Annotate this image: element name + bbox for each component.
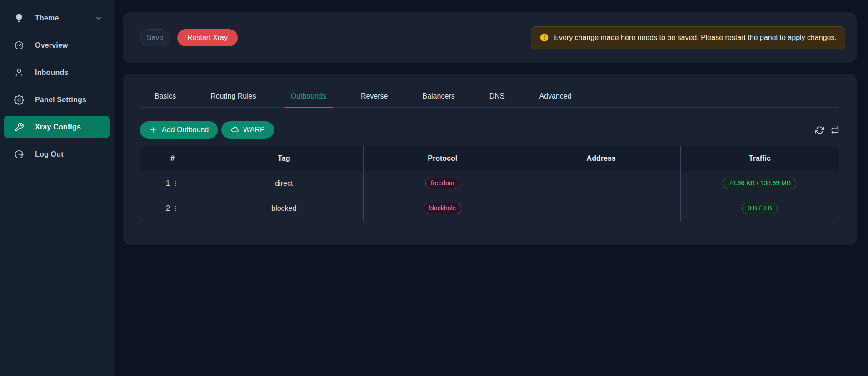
cloud-icon xyxy=(230,126,239,134)
tab-basics[interactable]: Basics xyxy=(148,84,182,107)
sidebar-item-inbounds[interactable]: Inbounds xyxy=(4,61,110,84)
sidebar-item-log-out[interactable]: Log Out xyxy=(4,143,110,165)
row-index: 1 xyxy=(166,179,170,188)
tab-outbounds[interactable]: Outbounds xyxy=(284,84,333,107)
outbounds-toolbar: Add Outbound WARP xyxy=(140,121,839,139)
col-header-protocol: Protocol xyxy=(363,146,522,171)
sidebar-item-overview[interactable]: Overview xyxy=(4,34,110,56)
lightbulb-icon xyxy=(14,13,24,23)
sidebar-item-label: Inbounds xyxy=(35,69,69,77)
chevron-down-icon xyxy=(95,15,102,22)
row-index: 2 xyxy=(166,204,170,213)
col-header-address: Address xyxy=(522,146,680,171)
col-header-traffic: Traffic xyxy=(680,146,839,171)
tab-routing-rules[interactable]: Routing Rules xyxy=(204,84,263,107)
traffic-badge: 0 B / 0 B xyxy=(742,203,778,214)
row-tag: blocked xyxy=(205,196,363,221)
protocol-badge: blackhole xyxy=(424,203,461,214)
warp-label: WARP xyxy=(243,126,264,134)
warp-button[interactable]: WARP xyxy=(221,121,274,139)
table-row: 1 direct freedom 78.66 KB / 13 xyxy=(140,171,839,196)
xray-config-card: Basics Routing Rules Outbounds Reverse B… xyxy=(123,74,857,245)
unsaved-changes-alert: Every change made here needs to be saved… xyxy=(531,26,845,49)
col-header-tag: Tag xyxy=(205,146,363,171)
tab-advanced[interactable]: Advanced xyxy=(533,84,578,107)
gear-icon xyxy=(14,95,24,105)
tab-balancers[interactable]: Balancers xyxy=(416,84,461,107)
logout-icon xyxy=(14,149,24,159)
protocol-badge: freedom xyxy=(425,178,459,189)
add-outbound-button[interactable]: Add Outbound xyxy=(140,121,218,139)
sidebar-item-label: Xray Configs xyxy=(35,123,81,131)
row-address xyxy=(522,196,680,221)
row-tag: direct xyxy=(205,171,363,196)
row-menu-icon[interactable] xyxy=(172,204,179,213)
main-content: Save Restart Xray Every change made here… xyxy=(114,0,868,376)
refresh-icon[interactable] xyxy=(815,126,824,134)
table-tools xyxy=(815,126,839,134)
sidebar-item-xray-configs[interactable]: Xray Configs xyxy=(4,116,110,138)
sidebar-item-theme[interactable]: Theme xyxy=(4,7,110,29)
add-outbound-label: Add Outbound xyxy=(162,126,209,134)
col-header-index: # xyxy=(140,146,205,171)
sidebar-item-label: Theme xyxy=(35,14,59,22)
restart-xray-button[interactable]: Restart Xray xyxy=(177,29,238,46)
row-address xyxy=(522,171,680,196)
save-button[interactable]: Save xyxy=(140,29,170,46)
exclamation-circle-icon xyxy=(539,33,549,42)
user-icon xyxy=(14,68,24,78)
wrench-icon xyxy=(14,122,24,132)
table-header-row: # Tag Protocol Address Traffic xyxy=(140,146,839,171)
outbounds-table: # Tag Protocol Address Traffic 1 xyxy=(140,146,839,221)
tab-dns[interactable]: DNS xyxy=(483,84,511,107)
sidebar: Theme Overview Inbounds xyxy=(0,0,114,376)
row-menu-icon[interactable] xyxy=(172,179,179,188)
sidebar-item-label: Panel Settings xyxy=(35,96,86,104)
plus-icon xyxy=(149,126,157,134)
traffic-badge: 78.66 KB / 138.69 MB xyxy=(723,178,796,189)
table-row: 2 blocked blackhole 0 B / 0 B xyxy=(140,196,839,221)
sidebar-item-label: Overview xyxy=(35,41,68,49)
action-bar: Save Restart Xray Every change made here… xyxy=(123,12,857,63)
config-tabs: Basics Routing Rules Outbounds Reverse B… xyxy=(140,74,839,108)
dashboard-icon xyxy=(14,40,24,50)
alert-message: Every change made here needs to be saved… xyxy=(554,34,837,42)
repeat-icon[interactable] xyxy=(831,126,839,134)
sidebar-item-label: Log Out xyxy=(35,150,64,158)
sidebar-item-panel-settings[interactable]: Panel Settings xyxy=(4,89,110,111)
tab-reverse[interactable]: Reverse xyxy=(354,84,394,107)
